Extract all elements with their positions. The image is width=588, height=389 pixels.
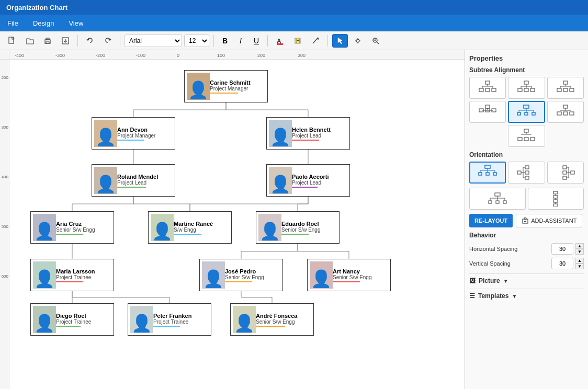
orient-vertical[interactable] [528, 188, 584, 210]
align-middle-left[interactable] [469, 101, 506, 123]
svg-rect-68 [485, 165, 490, 168]
horizontal-spacing-input[interactable] [551, 243, 573, 255]
svg-rect-60 [563, 112, 568, 115]
org-node-n9[interactable]: 👤Maria LarssonProject Trainee [30, 259, 114, 291]
svg-rect-23 [492, 88, 496, 91]
orient-top-down[interactable] [469, 162, 506, 184]
org-node-n5[interactable]: 👤Paolo AccortiProject Lead [266, 164, 350, 197]
bold-button[interactable]: B [218, 34, 232, 48]
org-node-n12[interactable]: 👤Diego RoelProject Trainee [30, 303, 114, 336]
org-node-n14[interactable]: 👤André FonsecaSenior S/w Engg [230, 303, 314, 336]
align-top-left[interactable] [469, 77, 506, 99]
horizontal-spin-up[interactable]: ▲ [575, 243, 584, 249]
org-node-n6[interactable]: 👤Aria CruzSenior S/w Engg [30, 211, 114, 244]
avatar: 👤 [258, 214, 281, 241]
svg-line-11 [313, 38, 318, 43]
font-size-select[interactable]: 8 10 12 14 16 18 24 [184, 35, 209, 47]
menu-file[interactable]: File [4, 18, 21, 28]
node-name: José Pedro [225, 268, 264, 274]
org-node-n10[interactable]: 👤José PedroSenior S/w Engg [199, 259, 283, 291]
align-bottom-center[interactable] [508, 125, 545, 147]
svg-rect-59 [557, 112, 561, 115]
align-top-right[interactable] [547, 77, 584, 99]
svg-rect-95 [489, 201, 492, 203]
node-role: Project Lead [292, 180, 329, 186]
alignment-grid [469, 77, 584, 147]
node-role: Project Manager [117, 133, 155, 139]
templates-section: ☰ Templates ▼ [469, 289, 584, 300]
menu-design[interactable]: Design [30, 18, 57, 28]
zoom-button[interactable] [368, 34, 383, 48]
svg-rect-103 [495, 193, 500, 196]
orientation-title: Orientation [469, 151, 584, 158]
avatar: 👤 [33, 306, 56, 333]
orient-bottom-up[interactable] [469, 188, 526, 210]
align-top-center[interactable] [508, 77, 545, 99]
node-underline [210, 93, 238, 94]
relayout-button[interactable]: RE-LAYOUT [469, 214, 513, 227]
org-node-n3[interactable]: 👤Helen BennettProject Lead [266, 117, 350, 150]
node-name: Diego Roel [56, 313, 91, 319]
node-underline [333, 281, 360, 282]
separator-4 [267, 35, 268, 47]
svg-rect-56 [563, 105, 568, 108]
add-assistant-button[interactable]: ADD-ASSISTANT [516, 214, 582, 227]
node-name: Peter Franken [153, 313, 191, 319]
draw-button[interactable] [308, 34, 323, 48]
menu-view[interactable]: View [65, 18, 86, 28]
italic-button[interactable]: I [234, 34, 247, 48]
node-role: Project Trainee [56, 274, 95, 280]
org-node-n13[interactable]: 👤Peter FrankenProject Trainee [128, 303, 211, 336]
svg-rect-97 [503, 201, 506, 203]
org-node-n7[interactable]: 👤Martine RancéS/w Engg [148, 211, 232, 244]
org-chart: 👤Carine SchmittProject Manager👤Ann Devon… [9, 60, 465, 389]
print-button[interactable] [40, 34, 55, 48]
org-node-n8[interactable]: 👤Eduardo RoelSenior S/w Engg [256, 211, 340, 244]
pan-button[interactable] [350, 34, 366, 48]
avatar: 👤 [33, 214, 56, 241]
orient-right-left[interactable] [547, 162, 584, 184]
behavior-section: Horizontal Spacing ▲ ▼ Vertical Spacing … [469, 243, 584, 269]
horizontal-spin-down[interactable]: ▼ [575, 249, 584, 255]
select-tool-button[interactable] [332, 34, 348, 48]
avatar: 👤 [151, 214, 174, 241]
node-underline [256, 326, 285, 327]
orient-left-right[interactable] [508, 162, 545, 184]
picture-header[interactable]: 🖼 Picture ▼ [469, 277, 584, 284]
svg-rect-86 [571, 171, 574, 174]
font-color-button[interactable]: A [272, 34, 288, 48]
org-chart-canvas[interactable]: 👤Carine SchmittProject Manager👤Ann Devon… [9, 60, 465, 389]
export-button[interactable] [58, 34, 73, 48]
avatar: 👤 [94, 120, 117, 147]
avatar: 👤 [310, 261, 333, 289]
redo-button[interactable] [100, 34, 116, 48]
vertical-spin-up[interactable]: ▲ [575, 258, 584, 264]
menu-bar: File Design View [0, 15, 588, 31]
underline-button[interactable]: U [250, 34, 263, 48]
align-middle-center[interactable] [508, 101, 545, 123]
svg-rect-76 [493, 173, 496, 175]
align-middle-right[interactable] [547, 101, 584, 123]
highlight-button[interactable]: H [290, 34, 306, 48]
svg-rect-53 [517, 112, 521, 115]
vertical-spin-down[interactable]: ▼ [575, 264, 584, 269]
canvas-area[interactable]: -400-300-200-1000100200300 2003004005006… [0, 50, 465, 389]
svg-rect-0 [9, 37, 14, 43]
new-button[interactable] [4, 34, 20, 48]
svg-rect-32 [530, 88, 535, 91]
vertical-spacing-input[interactable] [551, 258, 573, 269]
avatar: 👤 [33, 261, 56, 289]
org-node-n1[interactable]: 👤Carine SchmittProject Manager [184, 70, 268, 102]
org-node-n4[interactable]: 👤Roland MendelProject Lead [92, 164, 175, 197]
templates-icon: ☰ [469, 292, 475, 300]
undo-button[interactable] [82, 34, 98, 48]
org-node-n2[interactable]: 👤Ann DevonProject Manager [92, 117, 175, 150]
templates-header[interactable]: ☰ Templates ▼ [469, 292, 584, 300]
avatar: 👤 [233, 306, 256, 333]
node-name: Aria Cruz [56, 221, 95, 227]
org-node-n11[interactable]: 👤Art NancySenior S/w Engg [307, 259, 391, 291]
font-select[interactable]: Arial Times New Roman Verdana [125, 35, 182, 47]
node-role: Senior S/w Engg [256, 319, 297, 325]
node-underline [56, 281, 83, 282]
open-button[interactable] [22, 34, 38, 48]
